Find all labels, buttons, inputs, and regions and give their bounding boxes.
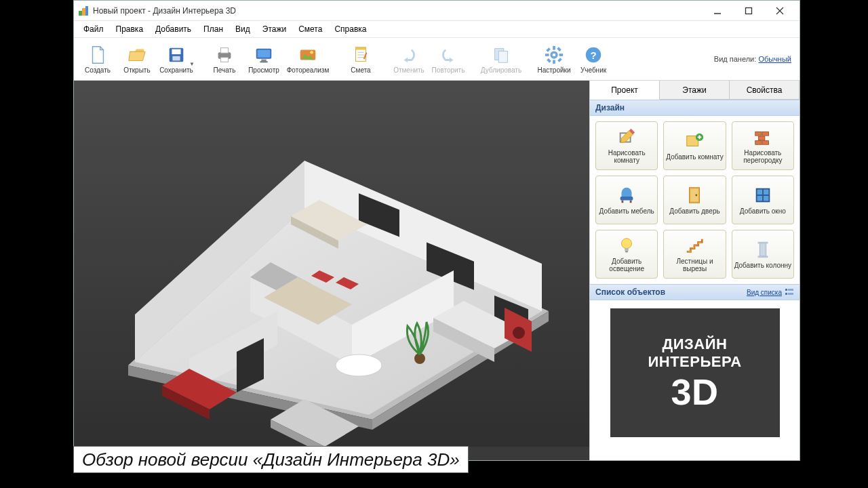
svg-rect-34 [547,58,551,63]
add-room-button[interactable]: Добавить комнату [663,121,726,170]
promo-line2: ИНТЕРЬЕРА [648,353,741,371]
column-icon [753,240,773,259]
object-list-area: ДИЗАЙН ИНТЕРЬЕРА 3D [590,300,800,460]
label: Добавить освещение [597,258,656,272]
lightbulb-icon [616,236,637,255]
label: Смета [351,66,370,74]
svg-rect-97 [785,293,787,295]
svg-point-56 [336,354,382,376]
svg-rect-16 [260,61,267,62]
svg-rect-30 [559,54,564,56]
save-button[interactable]: Сохранить ▼ [157,39,196,79]
stairs-button[interactable]: Лестницы и вырезы [663,230,726,279]
open-button[interactable]: Открыть [117,39,157,79]
undo-button[interactable]: Отменить [389,39,429,79]
label: Повторить [432,66,465,74]
photoreal-button[interactable]: Фотореализм [283,39,332,79]
render-icon [298,45,318,65]
stairs-icon [684,236,705,255]
tab-project[interactable]: Проект [590,81,660,100]
tab-properties[interactable]: Свойства [730,81,800,99]
menu-add[interactable]: Добавить [150,22,197,36]
caption-text: Обзор новой версии «Дизайн Интерьера 3D» [82,449,460,470]
tab-floors[interactable]: Этажи [660,81,730,99]
settings-button[interactable]: Настройки [534,39,574,79]
armchair-icon [616,186,637,205]
svg-rect-79 [630,200,632,203]
toolbar: Создать Открыть Сохранить ▼ Печать Просм… [74,37,800,81]
menu-file[interactable]: Файл [78,22,109,36]
minimize-button[interactable] [702,1,733,20]
svg-rect-25 [498,51,507,62]
label: Дублировать [481,66,521,74]
svg-rect-1 [82,8,85,16]
side-tabs: Проект Этажи Свойства [590,81,800,100]
label: Добавить колонну [734,262,791,269]
svg-rect-77 [620,196,633,200]
preview-button[interactable]: Просмотр [244,39,283,79]
app-window: Новый проект - Дизайн Интерьера 3D Файл … [73,0,800,461]
menu-floors[interactable]: Этажи [257,22,292,36]
label: Сохранить [159,66,193,74]
estimate-button[interactable]: Смета [341,39,380,79]
menu-help[interactable]: Справка [329,22,372,36]
svg-rect-32 [557,58,562,62]
add-light-button[interactable]: Добавить освещение [595,230,658,279]
create-button[interactable]: Создать [78,39,117,79]
draw-room-button[interactable]: Нарисовать комнату [595,121,658,170]
printer-icon [214,45,235,65]
draw-wall-button[interactable]: Нарисовать перегородку [732,121,794,170]
list-view-icon[interactable] [785,287,794,297]
duplicate-button[interactable]: Дублировать [477,39,526,79]
svg-point-86 [622,239,632,249]
help-button[interactable]: ? Учебник [574,39,613,79]
svg-rect-4 [746,7,752,14]
label: Добавить мебель [599,207,654,215]
add-door-button[interactable]: Добавить дверь [663,176,726,224]
svg-rect-8 [172,49,180,54]
svg-rect-27 [553,45,555,49]
maximize-button[interactable] [733,1,764,20]
close-button[interactable] [764,1,795,20]
promo-line3: 3D [671,373,718,410]
add-furniture-button[interactable]: Добавить мебель [595,176,658,224]
floorplan-render [74,81,589,447]
label: Лестницы и вырезы [665,258,724,272]
undo-icon [399,45,419,65]
svg-point-61 [513,327,525,339]
menu-edit[interactable]: Правка [111,22,149,36]
svg-point-82 [696,194,698,196]
pencil-room-icon [616,127,637,146]
menu-plan[interactable]: План [198,22,229,36]
svg-rect-73 [762,132,768,136]
label: Печать [214,66,236,74]
viewport-3d[interactable] [74,81,589,460]
svg-rect-28 [553,60,555,64]
svg-rect-12 [220,57,228,62]
svg-rect-29 [545,54,549,56]
brick-wall-icon [753,127,773,146]
gear-icon [544,45,564,65]
svg-rect-95 [785,289,787,291]
add-window-button[interactable]: Добавить окно [732,176,794,224]
window-title: Новый проект - Дизайн Интерьера 3D [93,6,702,16]
redo-button[interactable]: Повторить [429,39,468,79]
titlebar: Новый проект - Дизайн Интерьера 3D [74,1,800,21]
svg-rect-33 [557,47,561,52]
monitor-icon [254,45,274,65]
svg-point-57 [414,353,425,364]
new-file-icon [87,45,108,65]
label: Отменить [393,66,425,74]
svg-rect-90 [757,241,768,243]
add-room-icon [684,131,705,150]
section-title: Дизайн [595,103,625,113]
svg-point-18 [310,50,313,54]
menu-estimate[interactable]: Смета [293,22,328,36]
panel-mode-link[interactable]: Обычный [758,55,791,63]
label: Добавить дверь [669,207,719,215]
list-view-link[interactable]: Вид списка [747,289,782,296]
print-button[interactable]: Печать [205,39,244,79]
svg-text:?: ? [590,49,596,60]
menu-view[interactable]: Вид [230,22,256,36]
add-column-button[interactable]: Добавить колонну [732,230,794,279]
